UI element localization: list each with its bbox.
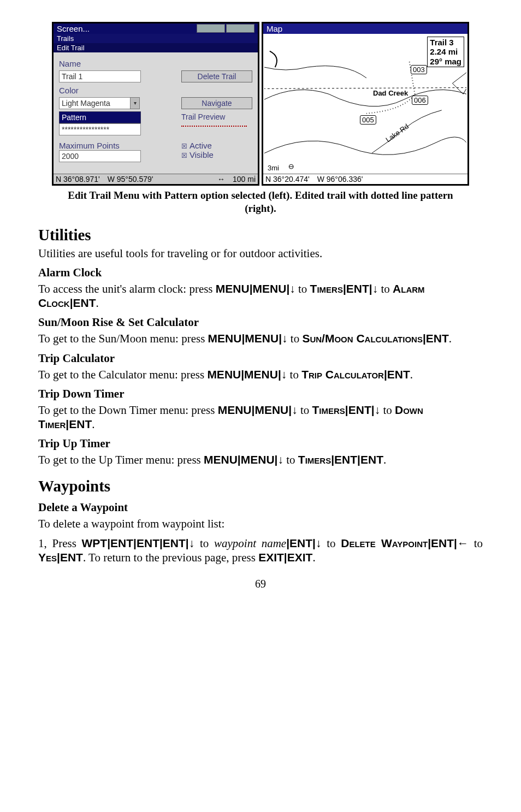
alarm-clock-heading: Alarm Clock <box>38 266 483 280</box>
figure-caption: Edit Trail Menu with Pattern option sele… <box>60 189 461 215</box>
map-titlebar: Map <box>263 23 467 34</box>
delete-waypoint-intro: To delete a waypoint from waypoint list: <box>38 517 483 531</box>
tripup-text: To get to the Up Timer menu: press MENU|… <box>38 453 483 467</box>
tripdn-heading: Trip Down Timer <box>38 387 483 401</box>
visible-checkbox[interactable]: Visible <box>181 150 252 159</box>
screen-label: Screen... <box>57 24 90 33</box>
svg-text:Lake Rd: Lake Rd <box>384 122 410 144</box>
tripcalc-text: To get to the Calculator menu: press MEN… <box>38 368 483 382</box>
screen-tabs <box>197 24 254 33</box>
bubble-006: 006 <box>412 96 428 105</box>
alarm-clock-text: To access the unit's alarm clock: press … <box>38 282 483 311</box>
dad-creek-label: Dad Creek <box>371 89 410 97</box>
delete-trail-button[interactable]: Delete Trail <box>181 70 252 82</box>
tripdn-text: To get to the Down Timer menu: press MEN… <box>38 403 483 432</box>
trails-bar: Trails <box>54 34 258 43</box>
sunmoon-heading: Sun/Moon Rise & Set Calculator <box>38 316 483 329</box>
navigate-button[interactable]: Navigate <box>181 97 252 109</box>
color-field[interactable]: Light Magenta <box>59 97 132 109</box>
info-trail-name: Trail 3 <box>430 38 461 47</box>
status-scale: 100 mi <box>233 175 256 183</box>
pattern-label: Pattern <box>59 111 141 123</box>
map-canvas[interactable]: Lake Rd Trail 3 2.24 mi 29° mag 003 Dad … <box>264 34 466 173</box>
form-area: Name Trail 1 Delete Trail Color Light Ma… <box>54 52 258 168</box>
bubble-005: 005 <box>360 115 376 125</box>
status-lat-r: N 36°20.474' <box>265 175 310 183</box>
name-label: Name <box>59 59 252 68</box>
utilities-heading: Utilities <box>38 226 483 244</box>
map-scale-label: 3mi <box>268 164 279 172</box>
edit-trail-bar: Edit Trail <box>54 43 258 52</box>
waypoints-heading: Waypoints <box>38 477 483 495</box>
page-number: 69 <box>38 578 483 590</box>
maxpoints-label: Maximum Points <box>59 141 141 150</box>
tripcalc-heading: Trip Calculator <box>38 352 483 365</box>
trail-info-box: Trail 3 2.24 mi 29° mag <box>427 37 464 67</box>
tripup-heading: Trip Up Timer <box>38 437 483 451</box>
statusbar-left: N 36°08.971' W 95°50.579' ↔ 100 mi <box>54 174 258 184</box>
status-lon: W 95°50.579' <box>108 175 153 183</box>
info-distance: 2.24 mi <box>430 47 461 56</box>
bubble-003: 003 <box>411 65 427 74</box>
map-panel: Map Lake Rd Trail 3 2.24 mi 29° mag <box>262 22 469 186</box>
delete-waypoint-heading: Delete a Waypoint <box>38 501 483 514</box>
statusbar-right: N 36°20.474' W 96°06.336' <box>263 174 467 184</box>
sunmoon-text: To get to the Sun/Moon menu: press MENU|… <box>38 331 483 346</box>
figure-row: Screen... Trails Edit Trail Name Trail 1… <box>38 22 483 186</box>
status-lon-r: W 96°06.336' <box>317 175 363 183</box>
edit-trail-panel: Screen... Trails Edit Trail Name Trail 1… <box>52 22 259 186</box>
status-lat: N 36°08.971' <box>56 175 100 183</box>
maxpoints-field[interactable]: 2000 <box>59 150 141 162</box>
utilities-intro: Utilities are useful tools for traveling… <box>38 246 483 260</box>
screen-dropdown-bar[interactable]: Screen... <box>54 23 258 34</box>
color-label: Color <box>59 86 252 95</box>
pattern-field[interactable]: **************** <box>59 123 141 135</box>
trail-preview-label: Trail Preview <box>181 111 252 123</box>
trail-preview-line <box>181 126 247 127</box>
info-bearing: 29° mag <box>430 57 461 66</box>
active-checkbox[interactable]: Active <box>181 141 252 150</box>
name-field[interactable]: Trail 1 <box>59 70 141 82</box>
chevron-down-icon[interactable]: ▾ <box>130 97 140 109</box>
delete-waypoint-step: 1, Press WPT|ENT|ENT|ENT|↓ to waypoint n… <box>38 536 483 565</box>
